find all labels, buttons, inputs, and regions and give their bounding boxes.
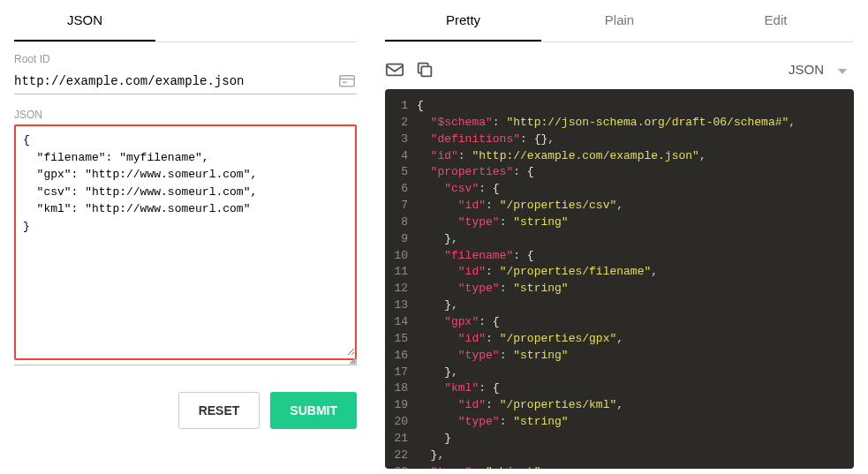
- json-label: JSON: [14, 109, 357, 121]
- code-line: 15 "id": "/properties/gpx",: [385, 331, 854, 348]
- code-line: 9 },: [385, 231, 854, 248]
- code-content: "definitions": {},: [417, 132, 555, 148]
- line-number: 5: [385, 164, 417, 181]
- submit-button[interactable]: SUBMIT: [270, 392, 357, 429]
- tab-plain[interactable]: Plain: [541, 0, 698, 41]
- code-content: "gpx": {: [417, 314, 500, 331]
- line-number: 12: [385, 281, 417, 297]
- code-content: "id": "/properties/kml",: [417, 397, 623, 414]
- code-line: 13 },: [385, 297, 854, 314]
- code-line: 22 },: [385, 448, 854, 464]
- code-content: "id": "/properties/gpx",: [417, 331, 623, 348]
- line-number: 14: [385, 314, 417, 331]
- code-content: },: [417, 365, 458, 381]
- line-number: 7: [385, 198, 417, 214]
- textarea-underline: ◢: [14, 360, 357, 365]
- code-output[interactable]: 1{2 "$schema": "http://json-schema.org/d…: [385, 89, 854, 469]
- code-line: 17 },: [385, 365, 854, 381]
- code-content: "$schema": "http://json-schema.org/draft…: [417, 115, 796, 132]
- line-number: 20: [385, 414, 417, 431]
- svg-rect-0: [340, 76, 355, 87]
- line-number: 1: [385, 98, 417, 115]
- line-number: 10: [385, 248, 417, 265]
- code-line: 20 "type": "string": [385, 414, 854, 431]
- root-id-input[interactable]: [14, 69, 357, 94]
- tab-json[interactable]: JSON: [14, 0, 155, 41]
- tab-pretty[interactable]: Pretty: [385, 0, 541, 41]
- code-content: }: [417, 431, 451, 448]
- code-content: "type": "string": [417, 348, 569, 365]
- code-content: "csv": {: [417, 181, 500, 198]
- code-content: "id": "http://example.com/example.json",: [417, 148, 706, 165]
- line-number: 6: [385, 181, 417, 198]
- code-line: 3 "definitions": {},: [385, 132, 854, 148]
- line-number: 23: [385, 464, 417, 469]
- chevron-down-icon: [838, 62, 847, 77]
- root-id-row: [14, 69, 357, 94]
- code-line: 14 "gpx": {: [385, 314, 854, 331]
- svg-rect-4: [421, 66, 431, 76]
- tab-edit[interactable]: Edit: [698, 0, 854, 41]
- code-content: "type": "object": [417, 464, 540, 469]
- svg-rect-3: [387, 64, 403, 75]
- line-number: 22: [385, 448, 417, 464]
- line-number: 21: [385, 431, 417, 448]
- code-content: "filename": {: [417, 248, 534, 265]
- code-line: 1{: [385, 98, 854, 115]
- copy-icon[interactable]: [415, 60, 434, 79]
- right-panel: Pretty Plain Edit JSON 1{2 "$schema": [371, 0, 868, 474]
- button-row: RESET SUBMIT: [14, 392, 357, 429]
- code-line: 19 "id": "/properties/kml",: [385, 397, 854, 414]
- line-number: 9: [385, 231, 417, 248]
- code-line: 7 "id": "/properties/csv",: [385, 198, 854, 214]
- line-number: 11: [385, 264, 417, 281]
- line-number: 4: [385, 148, 417, 165]
- code-content: "properties": {: [417, 164, 534, 181]
- mail-icon[interactable]: [385, 60, 404, 79]
- code-line: 11 "id": "/properties/filename",: [385, 264, 854, 281]
- code-content: "type": "string": [417, 281, 569, 297]
- code-line: 23 "type": "object": [385, 464, 854, 469]
- output-toolbar: JSON: [385, 53, 854, 89]
- json-textarea[interactable]: [16, 126, 355, 356]
- line-number: 2: [385, 115, 417, 132]
- code-content: "kml": {: [417, 380, 500, 397]
- code-line: 6 "csv": {: [385, 181, 854, 198]
- reset-button[interactable]: RESET: [178, 392, 260, 429]
- code-content: {: [417, 98, 424, 115]
- code-content: },: [417, 231, 458, 248]
- code-line: 16 "type": "string": [385, 348, 854, 365]
- format-select[interactable]: JSON: [781, 58, 854, 80]
- code-content: },: [417, 297, 458, 314]
- code-content: },: [417, 448, 444, 464]
- code-content: "type": "string": [417, 414, 569, 431]
- line-number: 18: [385, 380, 417, 397]
- code-line: 18 "kml": {: [385, 380, 854, 397]
- format-select-value: JSON: [789, 62, 824, 77]
- left-tabs: JSON: [14, 0, 357, 42]
- left-panel: JSON Root ID JSON ◢ RESET SUBMIT: [0, 0, 371, 474]
- code-line: 21 }: [385, 431, 854, 448]
- code-line: 2 "$schema": "http://json-schema.org/dra…: [385, 115, 854, 132]
- line-number: 8: [385, 214, 417, 231]
- resize-handle-icon[interactable]: ◢: [349, 355, 356, 365]
- root-id-label: Root ID: [14, 53, 357, 65]
- line-number: 13: [385, 297, 417, 314]
- code-line: 5 "properties": {: [385, 164, 854, 181]
- code-content: "id": "/properties/csv",: [417, 198, 623, 214]
- line-number: 17: [385, 365, 417, 381]
- code-content: "type": "string": [417, 214, 569, 231]
- code-line: 4 "id": "http://example.com/example.json…: [385, 148, 854, 165]
- line-number: 15: [385, 331, 417, 348]
- line-number: 16: [385, 348, 417, 365]
- code-line: 12 "type": "string": [385, 281, 854, 297]
- card-icon: [339, 75, 355, 87]
- line-number: 3: [385, 132, 417, 148]
- code-content: "id": "/properties/filename",: [417, 264, 658, 281]
- json-textarea-highlight: [14, 124, 357, 360]
- right-tabs: Pretty Plain Edit: [385, 0, 854, 42]
- line-number: 19: [385, 397, 417, 414]
- code-line: 8 "type": "string": [385, 214, 854, 231]
- code-line: 10 "filename": {: [385, 248, 854, 265]
